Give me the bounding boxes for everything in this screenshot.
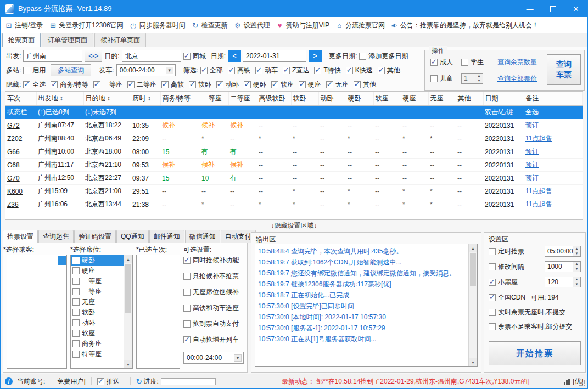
seat-checkbox[interactable]: [72, 330, 80, 337]
noseat-checkbox[interactable]: [489, 309, 496, 316]
start-grab-button[interactable]: 开始抢票: [489, 341, 581, 365]
next-date-button[interactable]: >: [309, 50, 322, 62]
blackroom-spinner[interactable]: 120 ▲▼: [545, 277, 581, 287]
hide-option[interactable]: 一等座: [93, 80, 122, 89]
settings-tab[interactable]: 抢票设置: [3, 230, 38, 243]
dest-input[interactable]: 北京: [122, 50, 181, 62]
hide-option[interactable]: 硬座: [299, 80, 321, 89]
seat-checkbox[interactable]: [72, 257, 80, 264]
scroll-up-icon[interactable]: ▲: [469, 244, 477, 252]
passenger-listbox[interactable]: [7, 255, 67, 369]
seat-item[interactable]: 动卧: [71, 318, 124, 328]
cell[interactable]: G72: [5, 119, 36, 132]
seat-item[interactable]: 特等座: [71, 349, 124, 359]
hide-option[interactable]: 软座: [271, 80, 294, 89]
resize-grip[interactable]: [584, 385, 585, 386]
optional-setting-checkbox[interactable]: [183, 320, 191, 328]
filter-checkbox[interactable]: [378, 67, 385, 74]
multi-station-enable-checkbox[interactable]: [23, 67, 30, 74]
cell[interactable]: G68: [5, 159, 36, 172]
settings-tab[interactable]: 微信通知: [185, 230, 220, 243]
menu-item[interactable]: ⚙ 设置代理: [234, 21, 270, 30]
seat-item[interactable]: 无座: [71, 297, 124, 307]
hide-option[interactable]: 高软: [161, 80, 184, 89]
column-header[interactable]: 高级软卧: [257, 92, 291, 106]
hide-option[interactable]: 商务/特等: [51, 80, 88, 89]
menu-item[interactable]: ⌂ 分流抢票官网: [335, 21, 385, 30]
same-city-checkbox[interactable]: [183, 53, 191, 60]
page-tab[interactable]: 订单管理页面: [42, 33, 93, 47]
settings-tab[interactable]: QQ通知: [116, 230, 149, 243]
train-row[interactable]: K600广州15:09北京西21:0029:51--------*--*--**…: [5, 185, 583, 198]
child-checkbox[interactable]: [430, 75, 438, 82]
menu-item[interactable]: ◴ 同步服务器时间: [130, 21, 186, 30]
hide-checkbox[interactable]: [93, 81, 100, 88]
push-checkbox[interactable]: [97, 378, 104, 385]
column-header[interactable]: 软卧: [291, 92, 318, 106]
cell[interactable]: G70: [5, 172, 36, 185]
cell[interactable]: 11点起售: [524, 198, 583, 211]
push-option[interactable]: 推送: [97, 377, 120, 386]
child-count-spinner[interactable]: 1 ▲▼: [461, 73, 483, 84]
scrollbar-thumb[interactable]: [125, 264, 131, 313]
settings-tab[interactable]: 邮件通知: [149, 230, 184, 243]
optional-setting-row[interactable]: 抢到票自动支付: [183, 318, 246, 329]
grab-time-range-select[interactable]: 00:00-24:00 ▼: [183, 352, 244, 364]
cell[interactable]: 预订: [524, 119, 583, 132]
hide-option[interactable]: 动卧: [216, 80, 239, 89]
filter-checkbox[interactable]: [283, 67, 290, 74]
seat-item[interactable]: 硬座: [71, 266, 124, 276]
seat-item[interactable]: 硬卧: [71, 255, 124, 266]
train-row[interactable]: G72广州南07:47北京西18:2210:35候补候补候补----------…: [5, 119, 583, 132]
optional-setting-checkbox[interactable]: [183, 336, 191, 343]
cell[interactable]: 11点起售: [524, 132, 583, 145]
filter-option[interactable]: 其他: [378, 66, 400, 75]
train-row[interactable]: Z202广州南08:40北京西06:4922:09--*--**--*--**-…: [5, 132, 583, 145]
scrollbar-thumb[interactable]: [470, 253, 476, 286]
optional-setting-checkbox[interactable]: [183, 289, 191, 296]
column-header[interactable]: 其他: [456, 92, 483, 106]
column-header[interactable]: 无座: [428, 92, 456, 106]
seat-checkbox[interactable]: [72, 319, 80, 326]
menu-item[interactable]: ♥ 赞助与注册VIP: [276, 21, 329, 30]
multi-station-enable-option[interactable]: 启用: [23, 66, 46, 75]
interval-spinner[interactable]: 1000 ▲▼: [545, 261, 581, 272]
prev-date-button[interactable]: <: [228, 50, 241, 62]
status-row[interactable]: 状态栏(↑)已选0列(↓)未选7列双击/右键全选: [5, 106, 583, 119]
depart-time-select[interactable]: 00:00-24:00 ▼: [116, 64, 176, 76]
seat-listbox[interactable]: 硬卧 硬座 二等座: [70, 255, 133, 369]
train-row[interactable]: G68广州南11:17北京西21:1009:53候补候补候补----------…: [5, 159, 583, 172]
filter-checkbox[interactable]: [200, 67, 208, 74]
hide-checkbox[interactable]: [326, 81, 333, 88]
scroll-down-icon[interactable]: ▼: [469, 358, 477, 366]
settings-tab[interactable]: 查询起售: [38, 230, 74, 243]
hide-option[interactable]: 其他: [354, 80, 376, 89]
optional-setting-row[interactable]: 自动抢增开列车: [183, 334, 246, 345]
column-header[interactable]: 软座: [373, 92, 401, 106]
column-header[interactable]: 出发地 ↕: [36, 92, 83, 106]
spinner-down-icon[interactable]: ▼: [573, 267, 580, 272]
optional-setting-row[interactable]: 高铁和动车选座: [183, 302, 246, 313]
cell[interactable]: 11点起售: [524, 185, 583, 198]
seat-item[interactable]: 二等座: [71, 276, 124, 286]
adult-checkbox[interactable]: [430, 59, 438, 66]
filter-checkbox[interactable]: [255, 67, 262, 74]
column-header[interactable]: 商务/特等: [160, 92, 200, 106]
train-table[interactable]: 车次出发地 ↕目的地 ↕历时 ↕商务/特等一等座二等座高级软卧软卧动卧硬卧软座硬…: [5, 91, 583, 220]
hide-checkbox[interactable]: [299, 81, 306, 88]
filter-checkbox[interactable]: [314, 67, 321, 74]
seat-item[interactable]: 软卧: [71, 307, 124, 318]
train-row[interactable]: Z36广州16:06北京西13:4421:38--*--**--*--**--2…: [5, 198, 583, 211]
spinner-up-icon[interactable]: ▲: [573, 246, 580, 251]
optional-setting-checkbox[interactable]: [183, 257, 191, 264]
filter-checkbox[interactable]: [228, 67, 235, 74]
same-city-option[interactable]: 同城: [183, 52, 206, 61]
filter-option[interactable]: K快速: [346, 66, 373, 75]
hide-option[interactable]: 无座: [326, 80, 349, 89]
cell[interactable]: Z36: [5, 198, 36, 211]
cell[interactable]: 预订: [524, 172, 583, 185]
seat-checkbox[interactable]: [72, 309, 80, 316]
column-header[interactable]: 动卧: [318, 92, 346, 106]
selected-trains-listbox[interactable]: [136, 255, 180, 369]
minimize-button[interactable]: —: [518, 1, 541, 17]
